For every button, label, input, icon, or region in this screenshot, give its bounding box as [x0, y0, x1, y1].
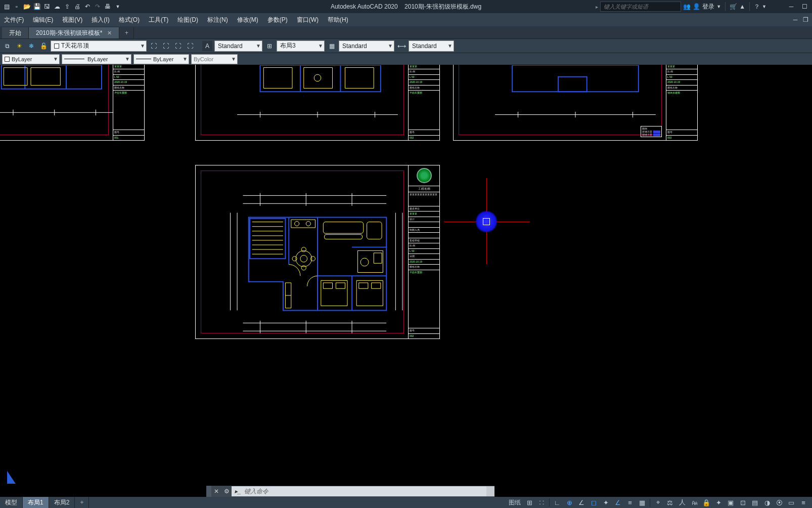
- layer-freeze-icon[interactable]: ❄: [26, 41, 36, 51]
- ortho-toggle-icon[interactable]: ∟: [552, 498, 563, 507]
- cart-icon[interactable]: 🛒: [730, 3, 737, 10]
- scale-lock-icon[interactable]: 🔒: [701, 498, 712, 507]
- textstyle-icon[interactable]: A: [202, 41, 212, 51]
- help-dropdown-icon[interactable]: ▼: [762, 4, 766, 9]
- tab-document[interactable]: 2010期-朱强初级班模板* ✕: [29, 27, 119, 38]
- qat-dropdown-icon[interactable]: ▼: [113, 2, 122, 11]
- grid-toggle-icon[interactable]: ⊞: [524, 498, 535, 507]
- layer-selector[interactable]: T天花吊顶 ▼: [51, 40, 147, 52]
- paper-label[interactable]: 图纸: [509, 498, 521, 507]
- layout-selector[interactable]: 布局3▼: [277, 40, 325, 52]
- snap-toggle-icon[interactable]: ⸬: [536, 498, 547, 507]
- sheet-1[interactable]: 建设单位 某某某 比 例 L 50 2020.10.19 图纸名称 户型布置图 …: [0, 65, 145, 141]
- commandline-scrollbar[interactable]: [486, 486, 494, 496]
- lineweight-toggle-icon[interactable]: ≡: [624, 498, 636, 507]
- workspace-icon[interactable]: ✦: [713, 498, 724, 507]
- redo-icon[interactable]: ↷: [93, 2, 102, 11]
- command-input[interactable]: ▸_ 键入命令: [232, 486, 486, 496]
- customize-icon[interactable]: ≡: [798, 498, 809, 507]
- layer-on-icon[interactable]: ☀: [14, 41, 24, 51]
- sheet-3[interactable]: 图例 拆墙示意 砌墙示意 建设单位 某某某 比 例 L 50 2020.10.1…: [453, 65, 698, 141]
- menu-modify[interactable]: 修改(M): [237, 16, 258, 24]
- web-open-icon[interactable]: ☁: [53, 2, 62, 11]
- infocenter-icon[interactable]: 👥: [683, 3, 691, 10]
- sheet-4[interactable]: 工程名称 某某某某某某某某某某某 建设单位 某某某 设计 制图人员 复核审核 比…: [195, 165, 440, 339]
- help-icon[interactable]: ？: [754, 3, 760, 11]
- new-icon[interactable]: ▫: [12, 2, 21, 11]
- quickprops-icon[interactable]: ▤: [749, 498, 760, 507]
- menu-view[interactable]: 视图(V): [62, 16, 82, 24]
- menu-tools[interactable]: 工具(T): [149, 16, 168, 24]
- dimstyle-selector[interactable]: Standard▼: [409, 40, 454, 52]
- layer-tool2-icon[interactable]: ⛶: [161, 41, 171, 51]
- menu-edit[interactable]: 编辑(E): [33, 16, 53, 24]
- hardware-accel-icon[interactable]: ⦿: [774, 498, 785, 507]
- menu-dimension[interactable]: 标注(N): [207, 16, 228, 24]
- tab-layout2[interactable]: 布局2: [49, 497, 75, 508]
- lineweight-selector[interactable]: ByLayer▼: [62, 54, 131, 64]
- layer-tool4-icon[interactable]: ⛶: [185, 41, 195, 51]
- tablestyle-selector[interactable]: Standard▼: [339, 40, 394, 52]
- sheet-2[interactable]: 建设单位 某某某 比 例 L 50 2020.10.19 图纸名称 平面布置图 …: [195, 65, 440, 141]
- tab-add-layout[interactable]: +: [75, 497, 89, 508]
- menu-insert[interactable]: 插入(I): [92, 16, 109, 24]
- menu-file[interactable]: 文件(F): [4, 16, 24, 24]
- dimstyle-icon[interactable]: ⟷: [396, 41, 407, 51]
- search-input[interactable]: [600, 2, 681, 12]
- layer-tool1-icon[interactable]: ⛶: [149, 41, 159, 51]
- exchange-icon[interactable]: ▲: [739, 3, 745, 10]
- login-dropdown-icon[interactable]: ▼: [716, 4, 721, 9]
- osnap-toggle-icon[interactable]: ◻: [588, 498, 599, 507]
- layer-manager-icon[interactable]: ⧉: [2, 41, 12, 51]
- print-icon[interactable]: 🖶: [103, 2, 112, 11]
- 3dosnap-icon[interactable]: ✦: [600, 498, 611, 507]
- menu-draw[interactable]: 绘图(D): [177, 16, 198, 24]
- user-icon[interactable]: 👤: [693, 3, 700, 10]
- tab-start[interactable]: 开始: [2, 27, 29, 38]
- annotation-vis-icon[interactable]: 人: [676, 498, 688, 507]
- doc-restore-icon[interactable]: ❐: [801, 16, 810, 24]
- menu-format[interactable]: 格式(O): [119, 16, 140, 24]
- linetype-selector[interactable]: ByLayer▼: [133, 54, 189, 64]
- drawing-canvas[interactable]: 建设单位 某某某 比 例 L 50 2020.10.19 图纸名称 户型布置图 …: [0, 65, 812, 497]
- otrack-toggle-icon[interactable]: ∠: [612, 498, 623, 507]
- cleanscreen-icon[interactable]: ▭: [786, 498, 797, 507]
- commandline-grip-icon[interactable]: [206, 486, 211, 497]
- web-save-icon[interactable]: ⇪: [63, 2, 72, 11]
- textstyle-selector[interactable]: Standard▼: [214, 40, 262, 52]
- monitor-icon[interactable]: ▣: [725, 498, 736, 507]
- saveas-icon[interactable]: 🖫: [42, 2, 52, 11]
- layer-lock-icon[interactable]: 🔓: [38, 41, 49, 51]
- isolate-icon[interactable]: ◑: [761, 498, 773, 507]
- plot-icon[interactable]: 🖨: [73, 2, 82, 11]
- login-label[interactable]: 登录: [702, 3, 714, 11]
- save-icon[interactable]: 💾: [32, 2, 41, 11]
- menu-help[interactable]: 帮助(H): [328, 16, 348, 24]
- minimize-button[interactable]: ─: [786, 2, 797, 11]
- doc-minimize-icon[interactable]: ─: [791, 16, 800, 24]
- annotation-auto-icon[interactable]: 🗛: [689, 498, 700, 507]
- annotation-scale-icon[interactable]: ⚖: [664, 498, 675, 507]
- polar-toggle-icon[interactable]: ⊕: [564, 498, 575, 507]
- open-icon[interactable]: 📂: [22, 2, 31, 11]
- app-menu-icon[interactable]: ▤: [2, 2, 11, 11]
- layer-tool3-icon[interactable]: ⛶: [173, 41, 183, 51]
- maximize-button[interactable]: ☐: [799, 2, 810, 11]
- units-icon[interactable]: ⊡: [737, 498, 748, 507]
- color-selector[interactable]: ByLayer▼: [2, 54, 60, 64]
- tab-close-icon[interactable]: ✕: [107, 30, 112, 36]
- tab-new[interactable]: +: [119, 27, 134, 38]
- commandline-options-icon[interactable]: ⚙: [221, 486, 232, 497]
- tab-model[interactable]: 模型: [0, 497, 23, 508]
- command-line[interactable]: ✕ ⚙ ▸_ 键入命令: [206, 486, 494, 497]
- plotstyle-selector[interactable]: ByColor▼: [191, 54, 238, 64]
- undo-icon[interactable]: ↶: [83, 2, 92, 11]
- selection-cycling-icon[interactable]: ⌖: [652, 498, 663, 507]
- menu-window[interactable]: 窗口(W): [297, 16, 319, 24]
- iso-toggle-icon[interactable]: ∠: [576, 498, 587, 507]
- transparency-icon[interactable]: ▦: [637, 498, 648, 507]
- layout-icon[interactable]: ⊞: [264, 41, 275, 51]
- tab-layout1[interactable]: 布局1: [23, 497, 49, 508]
- commandline-close-icon[interactable]: ✕: [211, 486, 221, 497]
- tablestyle-icon[interactable]: ▦: [327, 41, 337, 51]
